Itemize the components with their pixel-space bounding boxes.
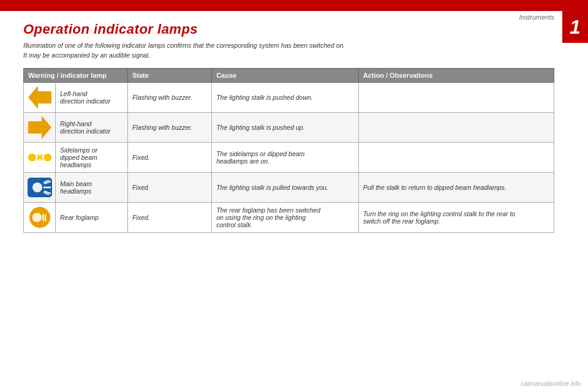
col-header-warning: Warning / indicator lamp	[24, 68, 128, 82]
table-row: Main beamheadlamps Fixed. The lighting s…	[24, 172, 554, 202]
icon-cell-rear-fog	[24, 202, 56, 232]
table-row: Sidelamps ordipped beamheadlamps Fixed. …	[24, 142, 554, 172]
cause-main-beam: The lighting stalk is pulled towards you…	[212, 172, 359, 202]
subtitle-line2: It may be accompanied by an audible sign…	[23, 51, 150, 59]
cause-right-direction: The lighting stalk is pushed up.	[212, 112, 359, 142]
content-area: Operation indicator lamps Illumination o…	[23, 21, 554, 374]
cause-rear-fog: The rear foglamp has been switchedon usi…	[212, 202, 359, 232]
left-direction-icon	[28, 85, 52, 110]
icon-cell-sidelamps	[24, 142, 56, 172]
svg-marker-0	[28, 86, 51, 109]
lamp-name-left-direction: Left-handdirection indicator	[56, 82, 128, 112]
lamp-name-right-direction: Right-handdirection indicator	[56, 112, 128, 142]
icon-cell-right-direction	[24, 112, 56, 142]
action-rear-fog: Turn the ring on the lighting control st…	[358, 202, 554, 232]
right-direction-icon	[28, 115, 52, 140]
action-right-direction	[358, 112, 554, 142]
action-sidelamps	[358, 142, 554, 172]
lamp-name-main-beam: Main beamheadlamps	[56, 172, 128, 202]
action-left-direction	[358, 82, 554, 112]
svg-marker-1	[28, 116, 51, 139]
table-header-row: Warning / indicator lamp State Cause Act…	[24, 68, 554, 82]
top-red-bar	[0, 0, 588, 11]
watermark: carmanualsonline.info	[521, 380, 581, 387]
state-sidelamps: Fixed.	[127, 142, 211, 172]
rear-fog-icon	[28, 205, 52, 230]
subtitle: Illumination of one of the following ind…	[23, 41, 554, 61]
col-header-action: Action / Observations	[358, 68, 554, 82]
page-title: Operation indicator lamps	[23, 21, 554, 37]
lamp-name-rear-fog: Rear foglamp	[56, 202, 128, 232]
table-row: Right-handdirection indicator Flashing w…	[24, 112, 554, 142]
cause-sidelamps: The sidelamps or dipped beamheadlamps ar…	[212, 142, 359, 172]
subtitle-line1: Illumination of one of the following ind…	[23, 42, 345, 49]
icon-cell-main-beam	[24, 172, 56, 202]
main-beam-icon	[28, 175, 52, 200]
cause-left-direction: The lighting stalk is pushed down.	[212, 82, 359, 112]
svg-point-17	[32, 213, 41, 222]
col-header-cause: Cause	[212, 68, 359, 82]
chapter-tab: 1	[562, 11, 588, 43]
svg-point-8	[43, 153, 51, 161]
icon-cell-left-direction	[24, 82, 56, 112]
lamp-name-sidelamps: Sidelamps ordipped beamheadlamps	[56, 142, 128, 172]
state-main-beam: Fixed.	[127, 172, 211, 202]
svg-point-2	[28, 153, 36, 161]
action-main-beam: Pull the stalk to return to dipped beam …	[358, 172, 554, 202]
section-header: Instruments	[519, 13, 554, 21]
col-header-state: State	[127, 68, 211, 82]
sidelamps-icon	[28, 145, 52, 170]
chapter-number: 1	[570, 16, 581, 39]
indicator-lamps-table: Warning / indicator lamp State Cause Act…	[23, 68, 554, 233]
svg-point-10	[32, 183, 42, 192]
table-row: Left-handdirection indicator Flashing wi…	[24, 82, 554, 112]
table-row: Rear foglamp Fixed. The rear foglamp has…	[24, 202, 554, 232]
state-right-direction: Flashing with buzzer.	[127, 112, 211, 142]
state-left-direction: Flashing with buzzer.	[127, 82, 211, 112]
state-rear-fog: Fixed.	[127, 202, 211, 232]
